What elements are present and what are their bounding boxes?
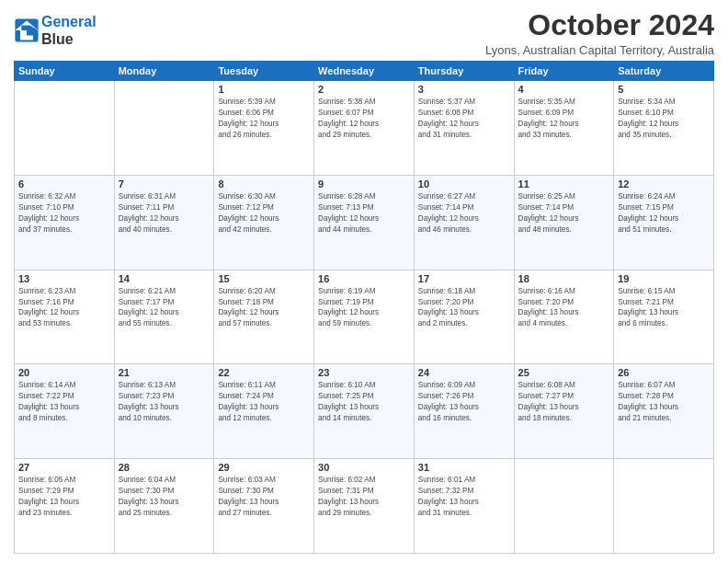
- calendar-cell: 4Sunrise: 5:35 AM Sunset: 6:09 PM Daylig…: [514, 81, 614, 176]
- day-info: Sunrise: 6:24 AM Sunset: 7:15 PM Dayligh…: [618, 191, 710, 236]
- calendar-cell: 16Sunrise: 6:19 AM Sunset: 7:19 PM Dayli…: [314, 270, 415, 364]
- day-info: Sunrise: 6:16 AM Sunset: 7:20 PM Dayligh…: [518, 286, 610, 330]
- calendar-day-header: Tuesday: [214, 62, 314, 81]
- logo: General Blue: [14, 13, 97, 48]
- header: General Blue October 2024 Lyons, Austral…: [14, 9, 714, 57]
- day-number: 4: [518, 84, 610, 95]
- calendar-day-header: Friday: [514, 62, 614, 81]
- calendar-day-header: Saturday: [614, 62, 714, 81]
- day-info: Sunrise: 6:23 AM Sunset: 7:16 PM Dayligh…: [18, 286, 110, 330]
- day-number: 23: [318, 367, 410, 378]
- calendar-cell: 18Sunrise: 6:16 AM Sunset: 7:20 PM Dayli…: [514, 270, 614, 364]
- calendar-cell: 22Sunrise: 6:11 AM Sunset: 7:24 PM Dayli…: [214, 364, 314, 459]
- calendar-day-header: Monday: [114, 62, 214, 81]
- calendar-cell: [614, 459, 714, 554]
- day-info: Sunrise: 5:37 AM Sunset: 6:08 PM Dayligh…: [418, 97, 510, 141]
- day-number: 30: [318, 462, 410, 473]
- day-number: 24: [418, 367, 510, 378]
- day-info: Sunrise: 6:20 AM Sunset: 7:18 PM Dayligh…: [218, 286, 310, 330]
- calendar-cell: 5Sunrise: 5:34 AM Sunset: 6:10 PM Daylig…: [614, 81, 714, 176]
- calendar-week-row: 1Sunrise: 5:39 AM Sunset: 6:06 PM Daylig…: [15, 81, 714, 176]
- calendar-cell: [114, 81, 214, 176]
- day-info: Sunrise: 6:07 AM Sunset: 7:28 PM Dayligh…: [618, 380, 710, 424]
- day-info: Sunrise: 6:05 AM Sunset: 7:29 PM Dayligh…: [18, 475, 110, 519]
- calendar-cell: 28Sunrise: 6:04 AM Sunset: 7:30 PM Dayli…: [114, 459, 214, 554]
- calendar-cell: 27Sunrise: 6:05 AM Sunset: 7:29 PM Dayli…: [15, 459, 115, 554]
- calendar-cell: [514, 459, 614, 554]
- title-section: October 2024 Lyons, Australian Capital T…: [485, 9, 714, 57]
- day-number: 15: [218, 273, 310, 284]
- location-title: Lyons, Australian Capital Territory, Aus…: [485, 43, 714, 57]
- calendar-cell: 12Sunrise: 6:24 AM Sunset: 7:15 PM Dayli…: [614, 175, 714, 270]
- day-info: Sunrise: 5:38 AM Sunset: 6:07 PM Dayligh…: [318, 97, 410, 141]
- day-number: 19: [618, 273, 710, 284]
- calendar-day-header: Thursday: [414, 62, 514, 81]
- day-number: 26: [618, 367, 710, 378]
- calendar-day-header: Wednesday: [314, 62, 415, 81]
- calendar-cell: 7Sunrise: 6:31 AM Sunset: 7:11 PM Daylig…: [114, 175, 214, 270]
- day-number: 25: [518, 367, 610, 378]
- day-info: Sunrise: 6:01 AM Sunset: 7:32 PM Dayligh…: [418, 475, 510, 519]
- calendar-cell: 20Sunrise: 6:14 AM Sunset: 7:22 PM Dayli…: [15, 364, 115, 459]
- calendar-cell: 3Sunrise: 5:37 AM Sunset: 6:08 PM Daylig…: [414, 81, 514, 176]
- day-number: 31: [418, 462, 510, 473]
- calendar-week-row: 13Sunrise: 6:23 AM Sunset: 7:16 PM Dayli…: [15, 270, 714, 364]
- page: General Blue October 2024 Lyons, Austral…: [0, 0, 728, 563]
- calendar-cell: 31Sunrise: 6:01 AM Sunset: 7:32 PM Dayli…: [414, 459, 514, 554]
- day-number: 3: [418, 84, 510, 95]
- calendar-header-row: SundayMondayTuesdayWednesdayThursdayFrid…: [15, 62, 714, 81]
- day-number: 10: [418, 178, 510, 190]
- calendar-cell: 6Sunrise: 6:32 AM Sunset: 7:10 PM Daylig…: [15, 175, 115, 270]
- day-number: 5: [618, 84, 710, 95]
- day-info: Sunrise: 6:13 AM Sunset: 7:23 PM Dayligh…: [119, 380, 210, 424]
- day-number: 9: [318, 178, 410, 190]
- day-info: Sunrise: 6:32 AM Sunset: 7:10 PM Dayligh…: [18, 191, 110, 236]
- calendar-cell: 17Sunrise: 6:18 AM Sunset: 7:20 PM Dayli…: [414, 270, 514, 364]
- day-number: 2: [318, 84, 410, 95]
- day-number: 6: [18, 178, 110, 190]
- calendar-week-row: 20Sunrise: 6:14 AM Sunset: 7:22 PM Dayli…: [15, 364, 714, 459]
- calendar-cell: 10Sunrise: 6:27 AM Sunset: 7:14 PM Dayli…: [414, 175, 514, 270]
- day-info: Sunrise: 6:03 AM Sunset: 7:30 PM Dayligh…: [218, 475, 310, 519]
- day-info: Sunrise: 6:21 AM Sunset: 7:17 PM Dayligh…: [119, 286, 210, 330]
- day-number: 13: [18, 273, 110, 284]
- day-number: 12: [618, 178, 710, 190]
- calendar-cell: 14Sunrise: 6:21 AM Sunset: 7:17 PM Dayli…: [114, 270, 214, 364]
- day-number: 20: [18, 367, 110, 378]
- day-info: Sunrise: 6:08 AM Sunset: 7:27 PM Dayligh…: [518, 380, 610, 424]
- day-number: 21: [119, 367, 210, 378]
- calendar-cell: 2Sunrise: 5:38 AM Sunset: 6:07 PM Daylig…: [314, 81, 415, 176]
- day-number: 22: [218, 367, 310, 378]
- day-info: Sunrise: 6:14 AM Sunset: 7:22 PM Dayligh…: [18, 380, 110, 424]
- day-info: Sunrise: 6:18 AM Sunset: 7:20 PM Dayligh…: [418, 286, 510, 330]
- calendar-day-header: Sunday: [15, 62, 115, 81]
- day-info: Sunrise: 6:09 AM Sunset: 7:26 PM Dayligh…: [418, 380, 510, 424]
- calendar-week-row: 27Sunrise: 6:05 AM Sunset: 7:29 PM Dayli…: [15, 459, 714, 554]
- calendar-cell: 24Sunrise: 6:09 AM Sunset: 7:26 PM Dayli…: [414, 364, 514, 459]
- day-info: Sunrise: 6:27 AM Sunset: 7:14 PM Dayligh…: [418, 191, 510, 236]
- day-number: 8: [218, 178, 310, 190]
- calendar-cell: [15, 81, 115, 176]
- calendar-cell: 21Sunrise: 6:13 AM Sunset: 7:23 PM Dayli…: [114, 364, 214, 459]
- day-number: 7: [119, 178, 210, 190]
- calendar-cell: 26Sunrise: 6:07 AM Sunset: 7:28 PM Dayli…: [614, 364, 714, 459]
- day-number: 27: [18, 462, 110, 473]
- calendar-cell: 8Sunrise: 6:30 AM Sunset: 7:12 PM Daylig…: [214, 175, 314, 270]
- calendar-cell: 15Sunrise: 6:20 AM Sunset: 7:18 PM Dayli…: [214, 270, 314, 364]
- day-info: Sunrise: 6:15 AM Sunset: 7:21 PM Dayligh…: [618, 286, 710, 330]
- day-number: 18: [518, 273, 610, 284]
- month-title: October 2024: [485, 9, 714, 41]
- day-info: Sunrise: 6:30 AM Sunset: 7:12 PM Dayligh…: [218, 191, 310, 236]
- day-info: Sunrise: 6:04 AM Sunset: 7:30 PM Dayligh…: [119, 475, 210, 519]
- day-info: Sunrise: 6:31 AM Sunset: 7:11 PM Dayligh…: [119, 191, 210, 236]
- logo-text: General Blue: [41, 13, 97, 48]
- calendar-cell: 1Sunrise: 5:39 AM Sunset: 6:06 PM Daylig…: [214, 81, 314, 176]
- day-number: 16: [318, 273, 410, 284]
- day-info: Sunrise: 6:10 AM Sunset: 7:25 PM Dayligh…: [318, 380, 410, 424]
- calendar-cell: 11Sunrise: 6:25 AM Sunset: 7:14 PM Dayli…: [514, 175, 614, 270]
- day-info: Sunrise: 5:34 AM Sunset: 6:10 PM Dayligh…: [618, 97, 710, 141]
- day-number: 14: [119, 273, 210, 284]
- day-info: Sunrise: 6:19 AM Sunset: 7:19 PM Dayligh…: [318, 286, 410, 330]
- calendar-cell: 9Sunrise: 6:28 AM Sunset: 7:13 PM Daylig…: [314, 175, 415, 270]
- calendar-cell: 30Sunrise: 6:02 AM Sunset: 7:31 PM Dayli…: [314, 459, 415, 554]
